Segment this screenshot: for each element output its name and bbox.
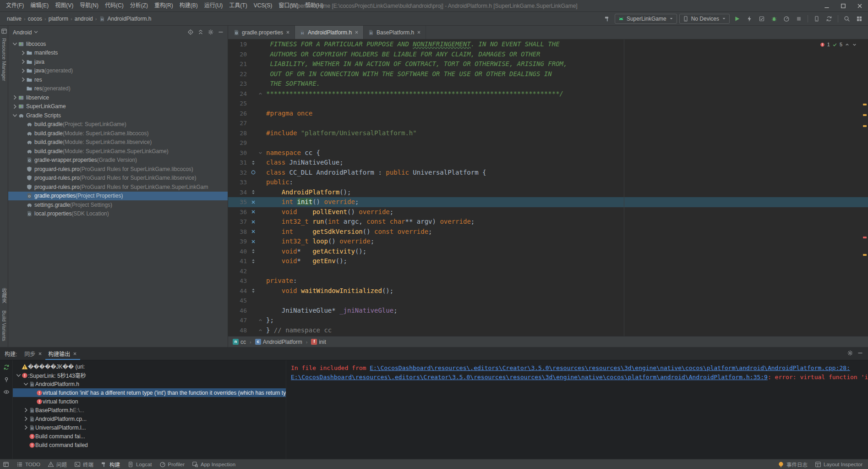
code-line[interactable]: 34 AndroidPlatform();	[228, 188, 868, 198]
code-line[interactable]: 32class CC_DLL AndroidPlatform : public …	[228, 168, 868, 178]
build-tree-row[interactable]: HUniversalPlatform.l...	[13, 423, 286, 432]
hide-panel-button[interactable]	[218, 29, 224, 37]
build-tree-row[interactable]: �����JK�� (uri:	[13, 362, 286, 371]
menu-item[interactable]: 构建(B)	[176, 0, 201, 11]
code-line[interactable]: 41 void* getEnv();	[228, 256, 868, 266]
project-tree-row[interactable]: gradle.properties (Project Properties)	[8, 192, 228, 201]
code-line[interactable]: 33public:	[228, 177, 868, 188]
project-tree-row[interactable]: build.gradle (Module: SuperLinkGame.libs…	[8, 138, 228, 147]
chevron-right-icon[interactable]	[23, 407, 29, 413]
navigate-marker-icon[interactable]	[251, 288, 256, 293]
project-tree-row[interactable]: libcocos	[8, 39, 228, 49]
build-tree-row[interactable]: CAndroidPlatform.cp...	[13, 414, 286, 423]
layout-inspector-button[interactable]: Layout Inspector	[815, 461, 863, 468]
chevron-down-icon[interactable]	[23, 381, 29, 387]
file-link[interactable]: E:\CocosDashboard\resources\.editors\Cre…	[370, 364, 850, 371]
fold-up-icon[interactable]	[258, 91, 263, 96]
chevron-right-icon[interactable]	[20, 59, 26, 65]
code-line[interactable]: 21 LIABILITY, WHETHER IN AN ACTION OF CO…	[228, 59, 868, 69]
error-stripe[interactable]	[862, 39, 868, 336]
menu-item[interactable]: 工具(T)	[226, 0, 250, 11]
project-tree-row[interactable]: res	[8, 75, 228, 84]
locate-file-button[interactable]	[187, 29, 194, 37]
collapse-all-button[interactable]	[197, 29, 204, 37]
code-line[interactable]: 22 OUT OF OR IN CONNECTION WITH THE SOFT…	[228, 69, 868, 79]
project-tree-row[interactable]: proguard-rules.pro (ProGuard Rules for S…	[8, 182, 228, 192]
profiler-button[interactable]: Profiler	[159, 461, 185, 468]
chevron-down-icon[interactable]	[33, 29, 38, 36]
code-line[interactable]: 36 void pollEvent() override;	[228, 207, 868, 217]
project-tree-row[interactable]: java (generated)	[8, 66, 228, 76]
window-icon[interactable]	[1, 28, 7, 34]
code-area[interactable]: 19 FITNESS FOR A PARTICULAR PURPOSE AND …	[228, 39, 868, 336]
menu-item[interactable]: 视图(V)	[52, 0, 76, 11]
tool-window-switcher[interactable]	[3, 461, 9, 468]
breadcrumb-element[interactable]: finit	[311, 339, 326, 345]
project-tree-row[interactable]: java	[8, 57, 228, 66]
close-icon[interactable]	[285, 30, 290, 35]
coverage-button[interactable]	[757, 14, 767, 24]
error-stripe-mark[interactable]	[863, 114, 867, 116]
filter-output-button[interactable]	[3, 389, 10, 397]
override-marker-icon[interactable]	[251, 219, 256, 225]
override-marker-icon[interactable]	[251, 239, 256, 244]
sync-project-button[interactable]	[824, 14, 834, 24]
project-tree-row[interactable]: proguard-rules.pro (ProGuard Rules for S…	[8, 174, 228, 183]
app-inspection-button[interactable]: App Inspection	[192, 461, 235, 468]
chevron-right-icon[interactable]	[20, 50, 26, 56]
menu-item[interactable]: 分析(Z)	[127, 0, 151, 11]
code-line[interactable]: 44 void waitWindowInitialized();	[228, 286, 868, 296]
device-manager-button[interactable]	[812, 14, 822, 24]
fold-down-icon[interactable]	[258, 150, 263, 155]
run-button[interactable]	[732, 14, 742, 24]
breadcrumb-item[interactable]: platform	[47, 16, 70, 22]
chevron-right-icon[interactable]	[23, 425, 29, 430]
menu-item[interactable]: 编辑(E)	[27, 0, 52, 11]
override-marker-icon[interactable]	[251, 199, 256, 205]
project-tree-row[interactable]: proguard-rules.pro (ProGuard Rules for S…	[8, 165, 228, 174]
hide-build-panel-button[interactable]	[857, 350, 863, 358]
project-tree-row[interactable]: libservice	[8, 93, 228, 102]
code-line[interactable]: 23 THE SOFTWARE.	[228, 79, 868, 89]
project-tree-row[interactable]: manifests	[8, 49, 228, 58]
build-tree-row[interactable]: Build command failed	[13, 441, 286, 449]
code-line[interactable]: 40 void* getActivity();	[228, 247, 868, 257]
chevron-right-icon[interactable]	[20, 77, 26, 83]
code-line[interactable]: 39 int32_t loop() override;	[228, 237, 868, 247]
navigate-marker-icon[interactable]	[251, 160, 256, 166]
breadcrumb-element[interactable]: ncc	[233, 339, 246, 345]
build-hammer-button[interactable]	[602, 14, 612, 24]
stop-button[interactable]	[794, 14, 804, 24]
todo-button[interactable]: TODO	[16, 461, 40, 468]
close-icon[interactable]	[38, 351, 43, 356]
project-tree-row[interactable]: build.gradle (Module: SuperLinkGame.Supe…	[8, 147, 228, 156]
code-line[interactable]: 31class JniNativeGlue;	[228, 158, 868, 168]
error-stripe-mark[interactable]	[863, 104, 867, 105]
breadcrumb-current-file[interactable]: HAndroidPlatform.h	[98, 16, 153, 22]
code-line[interactable]: 20 AUTHORS OR COPYRIGHT HOLDERS BE LIABL…	[228, 50, 868, 60]
navigate-marker-icon[interactable]	[251, 248, 256, 254]
editor-tab[interactable]: HBasePlatform.h	[364, 26, 426, 39]
menu-item[interactable]: 运行(U)	[201, 0, 226, 11]
implemented-marker-icon[interactable]	[251, 170, 256, 175]
code-line[interactable]: 37 int32_t run(int argc, const char** ar…	[228, 217, 868, 227]
chevron-down-icon[interactable]	[12, 112, 18, 118]
code-line[interactable]: 45	[228, 296, 868, 306]
profile-button[interactable]	[781, 14, 792, 24]
project-tree-row[interactable]: gradle-wrapper.properties (Gradle Versio…	[8, 156, 228, 165]
navigate-marker-icon[interactable]	[251, 189, 256, 195]
chevron-right-icon[interactable]	[23, 416, 29, 422]
project-view-selector[interactable]: Android	[13, 29, 32, 36]
menu-item[interactable]: 代码(C)	[102, 0, 127, 11]
search-everywhere-button[interactable]	[842, 14, 852, 24]
code-line[interactable]: 19 FITNESS FOR A PARTICULAR PURPOSE AND …	[228, 39, 868, 50]
project-tree-row[interactable]: build.gradle (Project: SuperLinkGame)	[8, 120, 228, 129]
error-stripe-mark[interactable]	[863, 237, 867, 238]
build-tab[interactable]: 同步	[22, 348, 45, 360]
stripe-item[interactable]: Resource Manager	[1, 38, 7, 81]
menu-item[interactable]: 导航(N)	[76, 0, 102, 11]
build-tab[interactable]: 构建输出	[45, 348, 80, 360]
override-marker-icon[interactable]	[251, 229, 256, 234]
override-marker-icon[interactable]	[251, 209, 256, 215]
project-tree-row[interactable]: Gradle Scripts	[8, 111, 228, 120]
